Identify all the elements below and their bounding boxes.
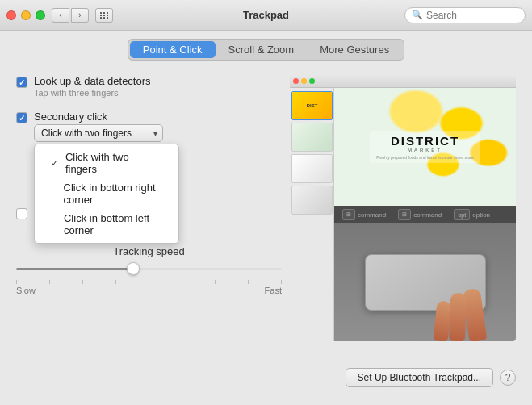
preview-close — [293, 78, 299, 84]
dropdown-item-bottom-left[interactable]: Click in bottom left corner — [35, 209, 178, 240]
lookup-checkbox[interactable] — [16, 77, 27, 88]
kb-item-3: opt option — [454, 209, 490, 220]
slide-body: Freshly prepared foods and items from ou… — [376, 155, 473, 160]
checkmark-icon: ✓ — [51, 158, 61, 169]
dropdown-item-label: Click with two fingers — [65, 151, 162, 175]
kb-label-command2: command — [413, 211, 442, 219]
tabs-container: Point & Click Scroll & Zoom More Gesture… — [0, 31, 532, 67]
dropdown-item-two-fingers[interactable]: ✓ Click with two fingers — [35, 148, 178, 178]
preview-thumb-4 — [291, 186, 333, 215]
secondary-click-text-group: Secondary click Click with two fingers ✓… — [34, 111, 163, 142]
preview-max — [309, 78, 315, 84]
secondary-click-row: Secondary click Click with two fingers ✓… — [16, 111, 282, 142]
search-icon: 🔍 — [412, 10, 423, 20]
slider-fast-label: Fast — [265, 286, 282, 295]
preview-thumb-2 — [291, 123, 333, 152]
slide-subtitle: MARKET — [376, 148, 473, 152]
keyboard-bar: ⊞ command ⊞ command opt — [334, 206, 516, 223]
thumb-inner-1: DIST — [292, 92, 332, 119]
tab-point-click[interactable]: Point & Click — [130, 41, 216, 58]
slider-thumb[interactable] — [127, 262, 140, 275]
minimize-button[interactable] — [21, 10, 31, 20]
preview-titlebar — [290, 75, 516, 88]
titlebar: ‹ › Trackpad 🔍 — [0, 0, 532, 31]
footer: Set Up Bluetooth Trackpad... ? — [0, 361, 532, 394]
tracking-label: Tracking speed — [16, 245, 282, 257]
slider-labels: Slow Fast — [16, 286, 282, 295]
lookup-text-group: Look up & data detectors Tap with three … — [34, 75, 151, 98]
tab-group: Point & Click Scroll & Zoom More Gesture… — [128, 39, 404, 61]
secondary-click-dropdown-popup: ✓ Click with two fingers Click in bottom… — [34, 144, 179, 244]
dropdown-item-bottom-right[interactable]: Click in bottom right corner — [35, 178, 178, 209]
grid-icon — [100, 12, 109, 19]
hand-image — [427, 261, 508, 341]
setup-bluetooth-button[interactable]: Set Up Bluetooth Trackpad... — [346, 368, 493, 387]
dropdown-item-label: Click in bottom right corner — [64, 182, 163, 206]
preview-panel: DIST — [290, 75, 516, 341]
finger-1 — [463, 288, 488, 341]
dropdown-item-label: Click in bottom left corner — [64, 212, 162, 236]
grid-button[interactable] — [95, 8, 113, 23]
lookup-title: Look up & data detectors — [34, 75, 151, 87]
help-button[interactable]: ? — [500, 370, 516, 386]
thumb-inner-2 — [292, 123, 332, 151]
traffic-lights — [6, 10, 45, 20]
kb-item-2: ⊞ command — [398, 209, 442, 220]
kb-label-option: option — [472, 211, 490, 219]
nav-buttons: ‹ › — [52, 8, 89, 23]
preview-main: DISTRICT MARKET Freshly prepared foods a… — [334, 88, 516, 341]
secondary-click-dropdown-btn[interactable]: Click with two fingers — [34, 124, 163, 142]
lookup-subtitle: Tap with three fingers — [34, 88, 151, 98]
back-button[interactable]: ‹ — [52, 8, 69, 23]
secondary-click-title: Secondary click — [34, 111, 163, 123]
tab-more-gestures[interactable]: More Gestures — [307, 41, 402, 58]
main-content: Look up & data detectors Tap with three … — [0, 67, 532, 361]
slider-slow-label: Slow — [16, 286, 36, 295]
forward-button[interactable]: › — [71, 8, 89, 23]
secondary-click-dropdown-container: Click with two fingers ✓ Click with two … — [34, 124, 163, 142]
preview-content: DIST — [290, 88, 516, 341]
secondary-click-checkbox[interactable] — [16, 112, 27, 123]
window-title: Trackpad — [243, 9, 289, 21]
close-button[interactable] — [6, 10, 16, 20]
thumb-inner-4 — [292, 186, 332, 214]
kb-label-command1: command — [358, 211, 386, 219]
preview-window: DIST — [290, 75, 516, 341]
preview-thumb-3 — [291, 154, 333, 183]
tap-click-checkbox[interactable] — [16, 208, 27, 219]
finger-2 — [449, 293, 467, 341]
maximize-button[interactable] — [36, 10, 45, 20]
left-panel: Look up & data detectors Tap with three … — [16, 75, 282, 361]
preview-sidebar: DIST — [290, 88, 334, 341]
thumb-inner-3 — [292, 155, 332, 182]
preview-thumb-1: DIST — [291, 91, 333, 120]
preview-min — [301, 78, 307, 84]
kb-item-1: ⊞ command — [342, 209, 386, 220]
tracking-section: Tracking speed — [16, 245, 282, 295]
tab-scroll-zoom[interactable]: Scroll & Zoom — [216, 41, 308, 58]
search-input[interactable] — [426, 10, 518, 21]
preview-slide: DISTRICT MARKET Freshly prepared foods a… — [334, 88, 516, 206]
lookup-option-row: Look up & data detectors Tap with three … — [16, 75, 282, 98]
slide-title: DISTRICT — [376, 134, 473, 148]
search-box[interactable]: 🔍 — [404, 7, 526, 23]
